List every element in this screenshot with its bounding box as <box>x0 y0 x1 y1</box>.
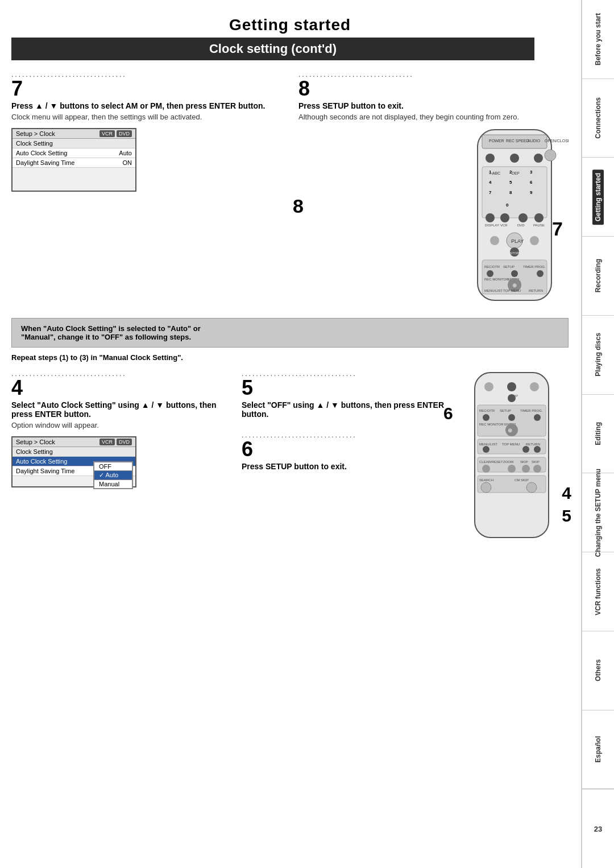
svg-text:⊕: ⊕ <box>508 427 512 433</box>
screen-mockup-2: Setup > Clock VCR DVD Clock Setting Auto… <box>11 436 136 487</box>
svg-point-54 <box>507 382 516 391</box>
svg-point-6 <box>486 154 495 163</box>
svg-text:MENU/LIST: MENU/LIST <box>484 289 503 292</box>
svg-point-25 <box>500 213 509 222</box>
svg-point-24 <box>486 213 495 222</box>
svg-text:SEARCH: SEARCH <box>479 478 493 482</box>
step8-remote-label: 8 <box>293 195 304 217</box>
sidebar-section-editing: Editing <box>582 395 614 474</box>
svg-point-7 <box>510 154 519 163</box>
svg-point-73 <box>483 446 489 453</box>
svg-text:RETURN: RETURN <box>529 289 543 292</box>
step7-remote-label: 7 <box>552 218 563 240</box>
svg-point-57 <box>508 394 516 402</box>
svg-point-81 <box>482 465 490 473</box>
sidebar-label-getting-started: Getting started <box>592 170 604 225</box>
sidebar-label-changing-setup: Changing the SETUP menu <box>594 469 602 557</box>
svg-text:REC/OTR: REC/OTR <box>484 265 500 268</box>
step6-number: 6 <box>242 439 455 460</box>
svg-text:7: 7 <box>489 190 492 195</box>
note-line1: When "Auto Clock Setting" is selected to… <box>21 324 559 333</box>
sidebar-label-playing-discs: Playing discs <box>594 333 602 377</box>
svg-text:GHI: GHI <box>489 172 495 175</box>
section-title: Clock setting (cont'd) <box>11 38 534 60</box>
screen1-badge-vcr: VCR <box>99 130 115 137</box>
sidebar-section-playing-discs: Playing discs <box>582 316 614 395</box>
step4-col: ................................ 4 Selec… <box>11 370 225 487</box>
step8-number: 8 <box>298 78 569 99</box>
top-steps-row: ................................ 7 Press… <box>11 71 569 309</box>
svg-text:TIMER PROG.: TIMER PROG. <box>523 265 546 268</box>
sidebar-label-espanol: Español <box>594 736 602 763</box>
bottom-right-remote-area: 6 4 5 STOP REC/OTR SETUP TIMER PROG. <box>455 370 569 540</box>
svg-point-26 <box>518 213 528 222</box>
right-sidebar: Before you start Connections Getting sta… <box>581 0 614 868</box>
sidebar-page-number-section: 23 <box>582 789 614 868</box>
svg-text:DEF: DEF <box>512 171 520 175</box>
svg-point-55 <box>530 382 539 391</box>
svg-point-84 <box>533 465 541 473</box>
svg-point-88 <box>481 482 491 493</box>
sidebar-section-others: Others <box>582 631 614 710</box>
svg-text:REC MONITOR: REC MONITOR <box>479 423 504 426</box>
svg-text:SETUP: SETUP <box>503 265 515 268</box>
step8-instruction-normal: Although seconds are not displayed, they… <box>298 113 569 121</box>
svg-point-63 <box>508 414 515 421</box>
svg-text:2: 2 <box>509 170 512 175</box>
svg-text:8: 8 <box>509 190 512 195</box>
svg-text:TOP MENU: TOP MENU <box>503 289 521 292</box>
screen2-badge-dvd: DVD <box>117 439 132 445</box>
popup-manual: Manual <box>94 480 132 489</box>
svg-text:REC SPEED: REC SPEED <box>506 139 529 143</box>
svg-point-43 <box>511 270 518 277</box>
remote-svg-bottom: STOP REC/OTR SETUP TIMER PROG. REC MONIT… <box>463 370 560 540</box>
svg-point-35 <box>530 236 539 245</box>
step5-remote-label: 5 <box>562 506 571 526</box>
sidebar-label-vcr-functions: VCR functions <box>594 568 602 615</box>
screen-mockup-1: Setup > Clock VCR DVD Clock Setting Auto… <box>11 128 136 192</box>
popup-auto: Auto <box>94 470 132 480</box>
svg-point-27 <box>534 213 544 222</box>
step6-remote-label: 6 <box>443 404 453 423</box>
step6-dots: ................................ <box>242 431 455 439</box>
svg-text:PAUSE: PAUSE <box>533 224 545 227</box>
bottom-left-cols: ................................ 4 Selec… <box>11 370 455 497</box>
step6-instruction-bold: Press SETUP button to exit. <box>242 462 455 471</box>
sidebar-section-espanol: Español <box>582 710 614 790</box>
sidebar-section-getting-started: Getting started <box>582 158 614 237</box>
popup-off: OFF <box>94 462 132 470</box>
step5-number: 5 <box>242 378 455 398</box>
screen1-header: Setup > Clock VCR DVD <box>13 129 135 139</box>
svg-point-62 <box>483 414 489 421</box>
svg-text:STOP: STOP <box>510 251 519 255</box>
svg-text:VCR: VCR <box>500 224 508 227</box>
step4-instruction-normal: Option window will appear. <box>11 421 225 429</box>
page-title: Getting started <box>11 6 569 38</box>
step7-col: ................................ 7 Press… <box>11 71 281 309</box>
sidebar-section-changing-setup: Changing the SETUP menu <box>582 473 614 552</box>
step7-instruction-bold: Press ▲ / ▼ buttons to select AM or PM, … <box>11 101 281 110</box>
svg-point-8 <box>534 154 543 163</box>
svg-point-42 <box>487 270 493 277</box>
bottom-section: ................................ 4 Selec… <box>11 370 569 540</box>
svg-text:SKIP: SKIP <box>532 460 540 464</box>
bottom-steps-45-row: ................................ 4 Selec… <box>11 370 455 487</box>
screen1-badges: VCR DVD <box>99 130 132 137</box>
svg-text:RETURN: RETURN <box>526 443 540 446</box>
svg-point-83 <box>522 465 530 473</box>
step4-dots: ................................ <box>11 370 225 378</box>
note-line2: "Manual", change it to "OFF" as followin… <box>21 333 559 341</box>
step8-col: ................................ 8 Press… <box>298 71 569 309</box>
screen2-badge-vcr: VCR <box>99 439 115 445</box>
svg-text:3: 3 <box>530 170 533 175</box>
sidebar-label-editing: Editing <box>594 422 602 445</box>
sidebar-label-others: Others <box>594 659 602 681</box>
svg-text:DVD: DVD <box>517 224 525 227</box>
step6-block: ................................ 6 Press… <box>242 431 455 471</box>
step5-instruction-bold: Select "OFF" using ▲ / ▼ buttons, then p… <box>242 400 455 419</box>
svg-point-82 <box>508 465 516 473</box>
screen1-header-title: Setup > Clock <box>16 130 55 137</box>
svg-text:MENU/LIST: MENU/LIST <box>479 443 497 446</box>
sidebar-section-before-you-start: Before you start <box>582 0 614 79</box>
svg-point-9 <box>545 150 556 161</box>
